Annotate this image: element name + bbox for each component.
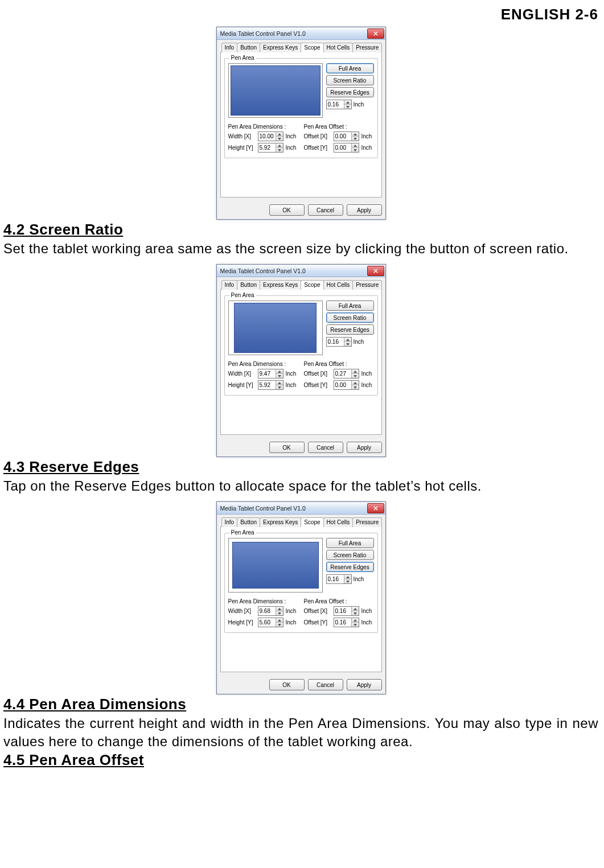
tab-express-keys[interactable]: Express Keys [260,43,301,52]
chevron-down-icon[interactable] [276,374,283,378]
chevron-up-icon[interactable] [276,369,283,374]
chevron-down-icon[interactable] [352,374,359,378]
edge-input[interactable] [327,575,344,583]
reserve-edges-button[interactable]: Reserve Edges [326,562,374,572]
width-spinner[interactable] [258,606,283,616]
width-input[interactable] [258,607,276,615]
width-input[interactable] [258,369,276,378]
chevron-up-icon[interactable] [276,381,283,385]
tab-express-keys[interactable]: Express Keys [260,517,301,527]
tab-scope[interactable]: Scope [301,517,323,527]
full-area-button[interactable]: Full Area [326,301,374,311]
offset-x-spinner[interactable] [334,369,359,379]
width-input[interactable] [258,132,276,141]
offset-x-input[interactable] [334,132,351,141]
chevron-up-icon[interactable] [344,338,351,342]
chevron-down-icon[interactable] [352,385,359,389]
chevron-up-icon[interactable] [344,100,351,105]
tab-hot-cells[interactable]: Hot Cells [323,280,354,290]
chevron-down-icon[interactable] [276,611,283,615]
offset-y-input[interactable] [334,143,351,152]
chevron-up-icon[interactable] [352,369,359,374]
cancel-button[interactable]: Cancel [308,204,343,216]
offset-y-input[interactable] [334,381,351,389]
height-input[interactable] [258,143,276,152]
chevron-down-icon[interactable] [344,579,351,583]
offset-x-input[interactable] [334,607,351,615]
reserve-edges-button[interactable]: Reserve Edges [326,324,374,335]
chevron-up-icon[interactable] [276,143,283,148]
close-icon[interactable] [367,503,384,513]
tab-pressure[interactable]: Pressure [352,280,382,290]
close-icon[interactable] [367,266,384,276]
chevron-up-icon[interactable] [276,607,283,611]
tab-button[interactable]: Button [237,43,260,52]
chevron-down-icon[interactable] [344,105,351,109]
height-spinner[interactable] [258,380,283,390]
cancel-button[interactable]: Cancel [308,679,343,690]
chevron-down-icon[interactable] [276,137,283,141]
screen-ratio-button[interactable]: Screen Ratio [326,312,374,323]
height-input[interactable] [258,381,276,389]
tab-pressure[interactable]: Pressure [352,43,382,52]
chevron-up-icon[interactable] [352,607,359,611]
tab-info[interactable]: Info [221,280,238,290]
height-spinner[interactable] [258,143,283,153]
chevron-down-icon[interactable] [344,342,351,346]
chevron-up-icon[interactable] [352,132,359,137]
chevron-down-icon[interactable] [276,623,283,627]
tab-pressure[interactable]: Pressure [352,517,382,527]
chevron-down-icon[interactable] [352,623,359,627]
height-spinner[interactable] [258,618,283,627]
tab-info[interactable]: Info [221,517,238,527]
offset-x-spinner[interactable] [334,131,359,141]
chevron-up-icon[interactable] [344,575,351,579]
offset-x-spinner[interactable] [334,606,359,616]
chevron-down-icon[interactable] [276,385,283,389]
offset-x-input[interactable] [334,369,351,378]
chevron-up-icon[interactable] [352,143,359,148]
chevron-up-icon[interactable] [352,381,359,385]
chevron-up-icon[interactable] [276,132,283,137]
tab-button[interactable]: Button [237,280,260,290]
chevron-down-icon[interactable] [352,148,359,152]
full-area-button[interactable]: Full Area [326,538,374,548]
chevron-down-icon[interactable] [276,148,283,152]
ok-button[interactable]: OK [269,679,305,690]
tab-hot-cells[interactable]: Hot Cells [323,517,354,527]
screen-ratio-button[interactable]: Screen Ratio [326,550,374,560]
apply-button[interactable]: Apply [347,679,382,690]
cancel-button[interactable]: Cancel [308,442,343,453]
full-area-button[interactable]: Full Area [326,63,374,73]
height-input[interactable] [258,618,276,627]
offset-y-spinner[interactable] [334,380,359,390]
offset-y-input[interactable] [334,618,351,627]
tab-button[interactable]: Button [237,517,260,527]
width-label: Width [X] [228,608,256,614]
ok-button[interactable]: OK [269,204,305,216]
edge-input[interactable] [327,338,344,346]
chevron-up-icon[interactable] [352,618,359,623]
chevron-down-icon[interactable] [352,137,359,141]
tab-info[interactable]: Info [221,43,238,52]
edge-spinner[interactable] [326,100,352,109]
edge-spinner[interactable] [326,574,352,584]
reserve-edges-button[interactable]: Reserve Edges [326,87,374,97]
width-spinner[interactable] [258,131,283,141]
edge-spinner[interactable] [326,337,352,347]
screen-ratio-button[interactable]: Screen Ratio [326,75,374,85]
offset-y-spinner[interactable] [334,618,359,627]
tab-hot-cells[interactable]: Hot Cells [323,43,354,52]
tab-scope[interactable]: Scope [301,280,323,290]
chevron-up-icon[interactable] [276,618,283,623]
apply-button[interactable]: Apply [347,442,382,453]
offset-y-spinner[interactable] [334,143,359,153]
chevron-down-icon[interactable] [352,611,359,615]
tab-scope[interactable]: Scope [301,43,323,52]
apply-button[interactable]: Apply [347,204,382,216]
width-spinner[interactable] [258,369,283,379]
tab-express-keys[interactable]: Express Keys [260,280,301,290]
ok-button[interactable]: OK [269,442,305,453]
close-icon[interactable] [367,28,384,39]
edge-input[interactable] [327,100,344,109]
